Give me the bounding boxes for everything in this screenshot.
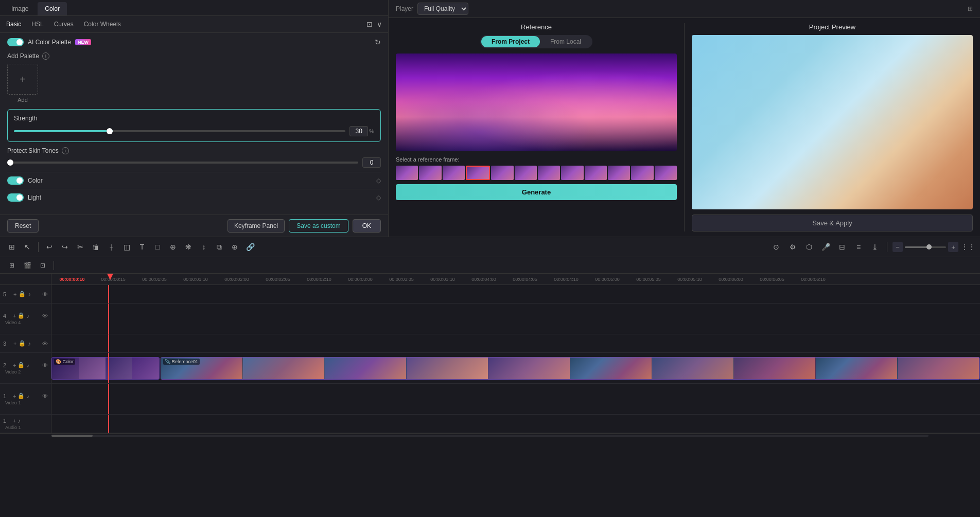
track-1-lock-icon[interactable]: 🔒 xyxy=(18,393,25,399)
strength-slider-thumb[interactable] xyxy=(107,128,113,134)
timeline-snap-icon[interactable]: ⊡ xyxy=(36,259,49,272)
color-clip[interactable]: 🎨 Color xyxy=(51,357,160,380)
track-2-content[interactable]: 🎨 Color 📎 Reference01 xyxy=(51,353,980,383)
toolbar-fullscreen-icon[interactable]: ⊙ xyxy=(769,240,783,254)
track-3-lock-icon[interactable]: 🔒 xyxy=(19,340,26,347)
quality-select[interactable]: Full Quality xyxy=(417,3,468,15)
toolbar-extract-icon[interactable]: ⤓ xyxy=(868,240,882,254)
audio-1-add-icon[interactable]: + xyxy=(13,418,16,424)
toolbar-effect-icon[interactable]: ❋ xyxy=(182,240,195,254)
save-as-custom-button[interactable]: Save as custom xyxy=(289,219,348,233)
track-4-add-icon[interactable]: + xyxy=(13,313,16,319)
split-view-icon[interactable]: ⊡ xyxy=(366,20,373,28)
playhead-triangle[interactable] xyxy=(107,274,113,280)
toolbar-link-icon[interactable]: 🔗 xyxy=(243,240,257,254)
toolbar-trim-icon[interactable]: ◫ xyxy=(120,240,133,254)
color-tab[interactable]: Color xyxy=(38,2,67,15)
toolbar-select-icon[interactable]: ↖ xyxy=(21,240,34,254)
track-3-audio-icon[interactable]: ♪ xyxy=(28,341,31,347)
timeline-clip-icon[interactable]: 🎬 xyxy=(21,259,34,272)
protect-skin-value[interactable]: 0 xyxy=(362,157,381,168)
toolbar-caption-icon[interactable]: ⊟ xyxy=(835,240,849,254)
toolbar-settings-icon[interactable]: ⚙ xyxy=(786,240,799,254)
scrollbar-track[interactable] xyxy=(51,435,929,437)
frame-thumb-11[interactable] xyxy=(655,166,677,180)
light-toggle[interactable] xyxy=(7,193,24,202)
collapse-icon[interactable]: ∨ xyxy=(377,20,382,28)
track-2-audio-icon[interactable]: ♪ xyxy=(26,362,29,368)
track-3-eye-icon[interactable]: 👁 xyxy=(42,341,48,347)
zoom-bar[interactable] xyxy=(905,246,946,248)
track-4-content[interactable] xyxy=(51,304,980,334)
frame-thumb-6[interactable] xyxy=(538,166,560,180)
add-palette-button[interactable]: + xyxy=(7,64,38,95)
track-3-content[interactable] xyxy=(51,334,980,352)
generate-button[interactable]: Generate xyxy=(396,184,677,200)
track-5-lock-icon[interactable]: 🔒 xyxy=(19,291,26,297)
frame-thumb-4[interactable] xyxy=(491,166,513,180)
reset-button[interactable]: Reset xyxy=(7,219,39,233)
protect-skin-slider[interactable] xyxy=(7,162,358,164)
refresh-icon[interactable]: ↻ xyxy=(375,38,381,46)
save-apply-button[interactable]: Save & Apply xyxy=(692,215,973,231)
track-4-eye-icon[interactable]: 👁 xyxy=(42,313,48,319)
keyframe-panel-button[interactable]: Keyframe Panel xyxy=(227,219,285,233)
ai-palette-toggle[interactable] xyxy=(7,38,24,46)
protect-skin-thumb[interactable] xyxy=(7,159,13,166)
toolbar-text-icon[interactable]: T xyxy=(135,240,149,254)
image-tab[interactable]: Image xyxy=(4,2,36,15)
layout-icon[interactable]: ⊞ xyxy=(968,5,973,12)
frame-thumb-3[interactable] xyxy=(466,166,490,180)
toolbar-grid-icon[interactable]: ⊞ xyxy=(5,240,19,254)
color-toggle[interactable] xyxy=(7,176,24,185)
toolbar-speed-icon[interactable]: ↕ xyxy=(197,240,211,254)
frame-thumb-10[interactable] xyxy=(631,166,653,180)
curves-tab[interactable]: Curves xyxy=(54,21,74,28)
from-local-tab[interactable]: From Local xyxy=(540,36,591,47)
timeline-add-icon[interactable]: ⊞ xyxy=(5,259,19,272)
track-2-lock-icon[interactable]: 🔒 xyxy=(18,362,25,368)
from-project-tab[interactable]: From Project xyxy=(481,36,540,47)
frame-thumb-1[interactable] xyxy=(419,166,441,180)
track-2-eye-icon[interactable]: 👁 xyxy=(42,362,48,368)
ok-button[interactable]: OK xyxy=(353,219,381,233)
track-5-audio-icon[interactable]: ♪ xyxy=(28,291,31,297)
add-palette-info-icon[interactable]: i xyxy=(42,52,49,60)
toolbar-shield-icon[interactable]: ⬡ xyxy=(802,240,816,254)
frame-thumb-5[interactable] xyxy=(515,166,537,180)
track-5-add-icon[interactable]: + xyxy=(13,291,16,297)
hsl-tab[interactable]: HSL xyxy=(31,21,43,28)
toolbar-subtitle-icon[interactable]: ≡ xyxy=(852,240,865,254)
track-1-eye-icon[interactable]: 👁 xyxy=(42,393,48,399)
toolbar-redo-icon[interactable]: ↪ xyxy=(58,240,72,254)
track-1-audio-icon[interactable]: ♪ xyxy=(26,393,29,399)
frame-thumb-2[interactable] xyxy=(443,166,465,180)
toolbar-undo-icon[interactable]: ↩ xyxy=(43,240,56,254)
zoom-out-button[interactable]: − xyxy=(892,242,903,252)
track-5-eye-icon[interactable]: 👁 xyxy=(42,291,48,297)
audio-1-audio-icon[interactable]: ♪ xyxy=(18,418,21,424)
track-5-content[interactable] xyxy=(51,285,980,303)
toolbar-mic-icon[interactable]: 🎤 xyxy=(819,240,832,254)
track-4-audio-icon[interactable]: ♪ xyxy=(26,313,29,319)
audio-1-content[interactable] xyxy=(51,415,980,433)
frame-thumb-7[interactable] xyxy=(561,166,583,180)
frame-thumb-0[interactable] xyxy=(396,166,418,180)
track-2-add-icon[interactable]: + xyxy=(13,362,16,368)
track-1-add-icon[interactable]: + xyxy=(13,393,16,399)
toolbar-delete-icon[interactable]: 🗑 xyxy=(89,240,102,254)
zoom-in-button[interactable]: + xyxy=(948,242,958,252)
strength-slider-track[interactable] xyxy=(14,130,345,132)
light-diamond-icon[interactable]: ◇ xyxy=(376,194,381,201)
toolbar-more-icon[interactable]: ⋮⋮ xyxy=(961,240,975,254)
protect-skin-info-icon[interactable]: i xyxy=(62,147,69,154)
reference-clip[interactable]: 📎 Reference01 xyxy=(161,357,980,380)
strength-value[interactable]: 30 xyxy=(349,126,368,136)
basic-tab[interactable]: Basic xyxy=(6,21,21,28)
zoom-bar-thumb[interactable] xyxy=(926,244,932,249)
toolbar-split-icon[interactable]: ⟊ xyxy=(104,240,118,254)
timeline-scrollbar[interactable] xyxy=(0,433,980,437)
frame-thumb-8[interactable] xyxy=(585,166,607,180)
color-diamond-icon[interactable]: ◇ xyxy=(376,177,381,184)
toolbar-box-icon[interactable]: □ xyxy=(151,240,164,254)
